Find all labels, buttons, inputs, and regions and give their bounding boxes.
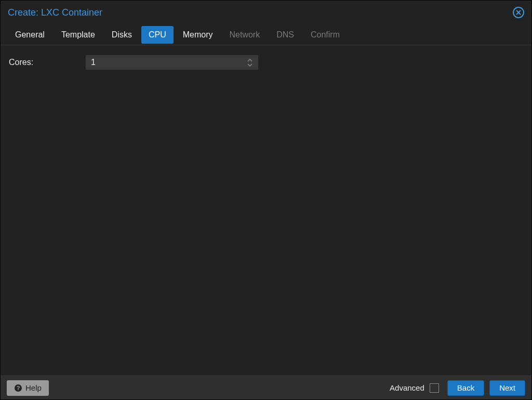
back-button[interactable]: Back [447, 380, 484, 396]
cores-spinner-down[interactable] [247, 63, 253, 67]
tab-template[interactable]: Template [54, 26, 102, 44]
help-label: Help [25, 383, 42, 392]
wizard-tabs: General Template Disks CPU Memory Networ… [1, 24, 531, 45]
cores-input[interactable]: 1 [86, 55, 258, 70]
cores-row: Cores: 1 [9, 55, 523, 70]
close-button[interactable] [513, 7, 524, 18]
help-icon: ? [14, 384, 22, 392]
help-button[interactable]: ? Help [7, 380, 49, 396]
cores-spinner-up[interactable] [247, 58, 253, 62]
chevron-down-icon [247, 63, 252, 67]
tab-dns: DNS [269, 26, 301, 44]
tab-confirm: Confirm [303, 26, 347, 44]
cores-spinner [247, 58, 258, 67]
advanced-checkbox[interactable] [430, 383, 439, 393]
dialog-header: Create: LXC Container [1, 1, 531, 24]
dialog-title: Create: LXC Container [8, 7, 102, 18]
dialog-content: Cores: 1 [1, 45, 531, 376]
chevron-up-icon [247, 59, 252, 62]
tab-general[interactable]: General [8, 26, 52, 44]
close-icon [515, 9, 522, 16]
dialog-footer: ? Help Advanced Back Next [1, 376, 531, 399]
cores-value: 1 [86, 58, 247, 67]
tab-memory[interactable]: Memory [176, 26, 220, 44]
advanced-label: Advanced [390, 383, 424, 392]
tab-cpu[interactable]: CPU [141, 26, 174, 44]
svg-text:?: ? [17, 385, 20, 391]
cores-label: Cores: [9, 58, 86, 67]
next-button[interactable]: Next [489, 380, 525, 396]
create-container-dialog: Create: LXC Container General Template D… [0, 0, 532, 400]
tab-network: Network [222, 26, 268, 44]
footer-right: Advanced Back Next [390, 380, 525, 396]
tab-disks[interactable]: Disks [104, 26, 139, 44]
